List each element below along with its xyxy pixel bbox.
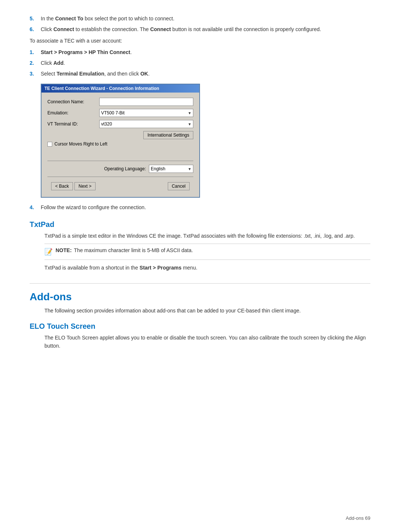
dialog-footer-left: < Back Next >: [51, 182, 96, 190]
addons-heading: Add-ons: [30, 283, 370, 303]
step-1-num: 1.: [30, 48, 41, 56]
int-settings-row: International Settings: [47, 131, 193, 139]
step-4: 4. Follow the wizard to configure the co…: [30, 204, 370, 211]
step-5: 5. In the Connect To box select the port…: [30, 15, 370, 23]
step-6-num: 6.: [30, 26, 41, 33]
cursor-row: Cursor Moves Right to Left: [47, 141, 193, 147]
dialog-title-bar: TE Client Connection Wizard - Connection…: [41, 84, 199, 93]
txtpad-body: TxtPad is a simple text editor in the Wi…: [44, 232, 370, 272]
step-3: 3. Select Terminal Emulation, and then c…: [30, 70, 370, 78]
dialog-title: TE Client Connection Wizard - Connection…: [44, 86, 159, 91]
vt-terminal-value: vt320: [101, 121, 112, 127]
step-3-text: Select Terminal Emulation, and then clic…: [41, 70, 370, 78]
addons-description: The following section provides informati…: [44, 307, 370, 315]
dialog-wrapper: TE Client Connection Wizard - Connection…: [41, 84, 370, 198]
step-4-text: Follow the wizard to configure the conne…: [41, 204, 370, 211]
note-label: NOTE:: [56, 246, 72, 254]
international-settings-button[interactable]: International Settings: [143, 131, 193, 139]
step-1-text: Start > Programs > HP Thin Connect.: [41, 48, 370, 56]
emulation-label: Emulation:: [47, 110, 99, 116]
addons-body: The following section provides informati…: [44, 307, 370, 315]
note-icon: 📝: [44, 247, 53, 257]
op-lang-select[interactable]: English ▼: [149, 165, 193, 173]
emulation-row: Emulation: VT500 7-Bit ▼: [47, 109, 193, 117]
cursor-checkbox[interactable]: [47, 142, 52, 147]
connection-name-row: Connection Name:: [47, 98, 193, 106]
page-footer: Add-ons 69: [346, 515, 371, 521]
associate-text: To associate a TEC with a user account:: [30, 37, 370, 45]
step-4-num: 4.: [30, 204, 41, 211]
txtpad-footer: TxtPad is available from a shortcut in t…: [44, 264, 370, 272]
connection-name-input[interactable]: [99, 98, 193, 106]
op-lang-label: Operating Language:: [104, 166, 146, 171]
emulation-select[interactable]: VT500 7-Bit ▼: [99, 109, 193, 117]
step-3-num: 3.: [30, 70, 41, 78]
step-2-num: 2.: [30, 59, 41, 67]
txtpad-heading: TxtPad: [30, 220, 370, 229]
op-lang-value: English: [151, 166, 165, 171]
op-lang-arrow-icon: ▼: [188, 167, 191, 171]
dialog-separator-2: [47, 177, 193, 177]
emulation-value: VT500 7-Bit: [101, 110, 124, 116]
back-button[interactable]: < Back: [51, 182, 73, 190]
op-lang-row: Operating Language: English ▼: [47, 165, 193, 173]
txtpad-description: TxtPad is a simple text editor in the Wi…: [44, 232, 370, 240]
vt-terminal-select[interactable]: vt320 ▼: [99, 120, 193, 128]
vt-terminal-label: VT Terminal ID:: [47, 121, 99, 127]
note-text: The maximum character limit is 5-MB of A…: [74, 246, 193, 254]
dialog-body: Connection Name: Emulation: VT500 7-Bit …: [41, 93, 199, 197]
dialog-box: TE Client Connection Wizard - Connection…: [41, 84, 200, 198]
emulation-arrow-icon: ▼: [188, 111, 191, 115]
connection-name-label: Connection Name:: [47, 99, 99, 104]
cancel-button[interactable]: Cancel: [168, 182, 190, 190]
note-box: 📝 NOTE: The maximum character limit is 5…: [44, 244, 370, 260]
step-6: 6. Click Connect to establish the connec…: [30, 26, 370, 33]
step-2: 2. Click Add.: [30, 59, 370, 67]
cursor-label: Cursor Moves Right to Left: [54, 141, 107, 147]
step-2-text: Click Add.: [41, 59, 370, 67]
dialog-footer: < Back Next > Cancel: [47, 181, 193, 193]
step-6-text: Click Connect to establish the connectio…: [41, 26, 370, 33]
elo-body: The ELO Touch Screen applet allows you t…: [44, 334, 370, 350]
vt-terminal-arrow-icon: ▼: [188, 122, 191, 126]
step-5-text: In the Connect To box select the port to…: [41, 15, 370, 23]
vt-terminal-row: VT Terminal ID: vt320 ▼: [47, 120, 193, 128]
step-1: 1. Start > Programs > HP Thin Connect.: [30, 48, 370, 56]
next-button[interactable]: Next >: [74, 182, 96, 190]
step-5-num: 5.: [30, 15, 41, 23]
dialog-separator: [47, 161, 193, 161]
elo-heading: ELO Touch Screen: [30, 322, 370, 331]
elo-description: The ELO Touch Screen applet allows you t…: [44, 334, 370, 350]
